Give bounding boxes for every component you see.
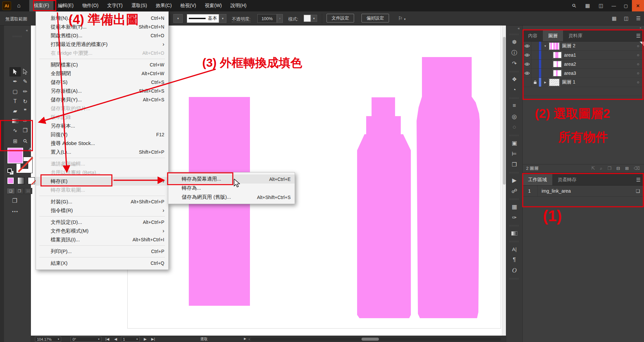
paintbrush-tool-icon[interactable]: ✏: [19, 87, 31, 96]
layer-thumbnail[interactable]: [553, 70, 561, 76]
locate-object-icon[interactable]: ⌕: [600, 166, 602, 171]
layer-target-icon[interactable]: ○: [637, 62, 639, 66]
status-expand-icon[interactable]: ▶: [244, 337, 246, 340]
first-artboard-button[interactable]: |◀: [105, 337, 109, 341]
curvature-tool-icon[interactable]: ✎: [19, 77, 31, 86]
flag-dropdown-icon[interactable]: ⚐ ▾: [398, 15, 405, 21]
dock-arrange-icon[interactable]: ◫: [624, 15, 629, 21]
rectangle-tool-icon[interactable]: ▢: [9, 87, 21, 96]
artboards-tab-資產轉存[interactable]: 資產轉存: [552, 174, 582, 185]
file-menu-item[interactable]: 文件設定(D)...Alt+Ctrl+P: [36, 218, 168, 227]
style-swatch[interactable]: [304, 15, 311, 22]
layer-name-label[interactable]: 圖層 1: [562, 79, 575, 85]
layer-row-area3[interactable]: area3○: [523, 69, 644, 78]
file-menu-item[interactable]: 指令檔(R)›: [36, 206, 168, 215]
lock-toggle[interactable]: [531, 60, 539, 68]
horizontal-scrollbar-thumb[interactable]: [361, 338, 379, 341]
layer-thumbnail[interactable]: [553, 52, 561, 58]
file-menu-item[interactable]: 文件色彩模式(M)›: [36, 227, 168, 235]
pathfinder-icon[interactable]: ❒: [506, 159, 522, 170]
eraser-tool-icon[interactable]: ▰: [9, 106, 21, 115]
workspace-switcher-icon[interactable]: ▦: [612, 15, 616, 21]
artboard-row-img_link_area[interactable]: 1img_link_area❏: [523, 186, 644, 197]
chevron-down-icon[interactable]: ▼: [541, 45, 549, 48]
transparency-icon[interactable]: ◎: [506, 111, 522, 122]
file-menu-item[interactable]: 新增(N)...Ctrl+N: [36, 14, 168, 22]
visibility-eye-icon[interactable]: [523, 42, 531, 50]
stroke-icon[interactable]: ≡: [506, 100, 522, 111]
controlbar-menu-icon[interactable]: ☰: [636, 15, 641, 21]
links-icon[interactable]: ☍: [506, 186, 522, 196]
eyedropper-tool-icon[interactable]: ✑: [19, 116, 31, 126]
layer-target-icon[interactable]: ○: [637, 80, 639, 85]
maximize-button[interactable]: ▢: [620, 0, 632, 11]
panel-collapse-icon[interactable]: »: [523, 26, 644, 30]
next-artboard-button[interactable]: ▶: [144, 337, 146, 341]
file-menu-item[interactable]: 從範本新增(T)...Shift+Ctrl+N: [36, 22, 168, 31]
gradient-tool-icon[interactable]: [9, 116, 21, 126]
lock-icon[interactable]: [531, 78, 539, 87]
make-clipping-mask-icon[interactable]: ❐: [607, 166, 611, 171]
width-tool-icon[interactable]: ∿: [9, 126, 21, 135]
file-menu-item[interactable]: 全部關閉Alt+Ctrl+W: [36, 69, 168, 78]
menubar-item-效果(C)[interactable]: 效果(C): [152, 0, 176, 11]
layer-row-area1[interactable]: area1○: [523, 51, 644, 60]
home-icon[interactable]: ⌂: [17, 2, 20, 9]
delete-layer-icon[interactable]: ⌫: [634, 166, 640, 171]
layer-thumbnail[interactable]: [553, 61, 561, 67]
file-menu-item[interactable]: 另存範本...: [36, 121, 168, 130]
menubar-item-說明(H)[interactable]: 說明(H): [226, 0, 251, 11]
chevron-right-icon[interactable]: ▶: [541, 81, 549, 84]
stroke-style-dropdown[interactable]: 基本: [187, 14, 219, 23]
search-icon[interactable]: ⚲: [567, 0, 581, 13]
draw-inside-mode-icon[interactable]: 回: [24, 188, 32, 194]
menubar-item-檢視(V)[interactable]: 檢視(V): [176, 0, 201, 11]
comment-tool-icon[interactable]: ❞: [19, 106, 31, 115]
menubar-item-檔案(F)[interactable]: 檔案(F): [29, 0, 53, 11]
new-sublayer-icon[interactable]: ⊟: [616, 166, 620, 171]
visibility-eye-icon[interactable]: [523, 69, 531, 78]
collect-for-export-icon[interactable]: ⇱: [591, 166, 595, 171]
selection-tool-icon[interactable]: [9, 67, 21, 77]
appearance-icon[interactable]: ◌: [506, 122, 522, 133]
dock-expand-icon[interactable]: «: [506, 26, 522, 32]
export-submenu-item[interactable]: 轉存為...: [168, 184, 295, 193]
scrollbar-collapse-icon[interactable]: ‹: [249, 337, 250, 341]
actions-icon[interactable]: ▶: [506, 175, 522, 186]
type-tool-icon[interactable]: T: [9, 97, 21, 106]
artboard-page-icon[interactable]: ❏: [636, 188, 644, 194]
lock-toggle[interactable]: [531, 69, 539, 78]
fill-color-swatch[interactable]: [7, 148, 23, 163]
menubar-item-視窗(W)[interactable]: 視窗(W): [201, 0, 226, 11]
file-menu-item[interactable]: 開啟舊檔(O)...Ctrl+O: [36, 31, 168, 40]
minimize-button[interactable]: —: [608, 0, 620, 11]
visibility-eye-icon[interactable]: [523, 60, 531, 68]
file-menu-item[interactable]: 打開最近使用過的檔案(F)›: [36, 40, 168, 49]
document-setup-button[interactable]: 文件設定: [327, 14, 354, 22]
workspace-grid-icon[interactable]: ▦: [581, 3, 594, 9]
lock-toggle[interactable]: [531, 51, 539, 59]
draw-behind-mode-icon[interactable]: ❐: [15, 188, 24, 194]
file-menu-item[interactable]: 置入(L)...Shift+Ctrl+P: [36, 148, 168, 156]
vertical-scrollbar[interactable]: [502, 26, 506, 336]
layer-name-label[interactable]: area3: [564, 70, 576, 76]
zoom-tool-icon[interactable]: ⚲: [18, 134, 33, 148]
prev-artboard-button[interactable]: ◀: [114, 337, 117, 341]
layer-target-icon[interactable]: ○: [637, 53, 639, 57]
menubar-item-物件(O)[interactable]: 物件(O): [78, 0, 103, 11]
align-icon[interactable]: ⊨: [506, 148, 522, 159]
transform-icon[interactable]: ▣: [506, 138, 522, 148]
direct-selection-tool-icon[interactable]: [19, 67, 31, 77]
file-menu-item[interactable]: 關閉檔案(C)Ctrl+W: [36, 60, 168, 69]
layers-tab-圖層[interactable]: 圖層: [543, 30, 563, 41]
layers-tab-內容[interactable]: 內容: [523, 30, 543, 41]
hidden-dropdown-chevron[interactable]: ▾: [173, 14, 183, 23]
brushes-icon[interactable]: ✑: [506, 212, 522, 223]
layer-row-圖層 1[interactable]: ▶圖層 1○: [523, 78, 644, 87]
visibility-toggle[interactable]: [523, 78, 531, 87]
layer-row-圖層 2[interactable]: ▼圖層 2○: [523, 42, 644, 51]
menubar-item-編輯(E)[interactable]: 編輯(E): [53, 0, 78, 11]
file-menu-item[interactable]: 封裝(G)...Alt+Shift+Ctrl+P: [36, 197, 168, 206]
last-artboard-button[interactable]: ▶|: [151, 337, 155, 341]
layer-target-icon[interactable]: ○: [637, 71, 639, 76]
